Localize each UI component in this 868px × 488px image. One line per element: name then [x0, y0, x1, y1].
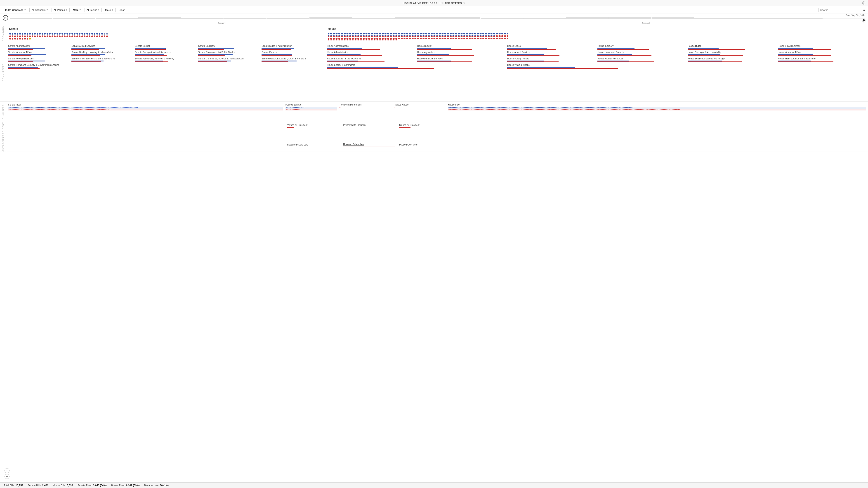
committee-house-small-business: House Small Business — [778, 45, 866, 50]
more-filter[interactable]: More ▼ — [103, 8, 116, 12]
menu-icon[interactable]: ≡ — [863, 8, 865, 12]
house-title: House — [328, 26, 865, 31]
chambers-row: CHAMBERS Senate Floor for(var i=0;i<140;… — [0, 102, 868, 122]
search-input[interactable] — [818, 8, 859, 12]
committee-house-rules: House Rules — [688, 45, 776, 50]
signed-label: Signed by President — [399, 124, 451, 126]
senate-committees-grid: Senate Appropriations Senate Armed Servi… — [8, 45, 323, 69]
house-floor-bars: for(var i=0;i<200;i++){document.write('<… — [448, 107, 866, 109]
more-arrow-icon: ▼ — [112, 9, 114, 11]
play-button[interactable]: ▶ — [3, 15, 8, 21]
committee-senate-energy: Senate Energy & Natural Resources — [135, 51, 196, 56]
committee-senate-environment: Senate Environment & Public Works — [198, 51, 260, 56]
parties-filter[interactable]: All Parties ▼ — [52, 8, 69, 12]
committee-house-appropriations: House Appropriations — [327, 45, 415, 50]
resolving-differences-section: Resolving Differences — [340, 103, 391, 108]
passed-over-veto-section: Passed Over Veto — [399, 143, 451, 146]
filter-bar: 118th Congress ▼ All Sponsors ▼ All Part… — [0, 6, 868, 14]
topics-arrow-icon: ▼ — [98, 9, 100, 11]
committee-senate-armed-services: Senate Armed Services — [71, 45, 133, 50]
passed-senate-label: Passed Senate — [285, 103, 337, 106]
sponsors-label: SPONSORS — [2, 26, 4, 41]
senate-sponsor-dots: document.write(Array(38).fill('<span cla… — [9, 33, 108, 40]
outcome-label: OUTCOME — [2, 138, 4, 152]
session-labels: Session I Session II — [0, 22, 868, 25]
became-private-label: Became Private Law — [287, 143, 339, 146]
passed-house-section: Passed House — [394, 103, 445, 107]
committee-house-education: House Education & the Workforce — [327, 57, 415, 62]
passed-senate-red-dots: for(var i=0;i<15;i++){document.write('<s… — [285, 109, 337, 111]
committees-label: COMMITTEES — [2, 63, 4, 81]
became-public-section: Became Public Law — [343, 143, 395, 147]
chambers-label: CHAMBERS — [2, 104, 4, 119]
committee-senate-veterans: Senate Veterans' Affairs — [8, 51, 70, 56]
committee-house-agriculture: House Agriculture — [417, 51, 505, 56]
timeline-date: Sun, Sep 8th, 2024 — [846, 14, 865, 17]
passed-senate-dots: for(var i=0;i<20;i++){document.write('<s… — [285, 107, 337, 109]
info-icon[interactable]: ⓘ — [862, 1, 865, 5]
congress-arrow-icon: ▼ — [24, 9, 26, 11]
house-floor-label: House Floor — [448, 103, 866, 106]
committee-senate-judiciary: Senate Judiciary — [198, 45, 260, 50]
dropdown-arrow-icon[interactable]: ▼ — [463, 2, 465, 4]
committee-senate-health: Senate Health, Education, Labor & Pensio… — [261, 57, 323, 62]
senate-title: Senate — [9, 26, 322, 31]
sponsors-row: SPONSORS Senate document.write(Array(38)… — [0, 25, 868, 43]
top-bar: LEGISLATIVE EXPLORER: UNITED STATES ▼ ⓘ — [0, 0, 868, 6]
outcome-label-cell: OUTCOME — [0, 138, 6, 152]
timeline-thumb[interactable] — [862, 19, 865, 22]
outcome-row: OUTCOME Became Private Law Became Public… — [0, 138, 868, 152]
topics-filter[interactable]: All Topics ▼ — [85, 8, 102, 12]
committee-senate-banking: Senate Banking, Housing & Urban Affairs — [71, 51, 133, 56]
committee-senate-agriculture: Senate Agriculture, Nutrition & Forestry — [135, 57, 196, 62]
committee-house-homeland: House Homeland Security — [597, 51, 686, 56]
sponsors-filter[interactable]: All Sponsors ▼ — [29, 8, 50, 12]
committee-house-budget: House Budget — [417, 45, 505, 50]
presented-section: Presented to President — [343, 124, 395, 127]
became-public-label[interactable]: Became Public Law — [343, 143, 395, 145]
senate-floor-red-bars: for(var i=0;i<110;i++){ document.write('… — [8, 109, 283, 111]
committee-house-ethics: House Ethics — [507, 45, 596, 50]
passed-house-label: Passed House — [394, 103, 445, 106]
committees-label-cell: COMMITTEES — [0, 43, 6, 101]
committee-house-armed-services: House Armed Services — [507, 51, 596, 56]
committee-senate-rules: Senate Rules & Administration — [261, 45, 323, 50]
committee-house-oversight: House Oversight & Accountability — [688, 51, 776, 56]
committee-house-ways-means: House Ways & Means — [507, 64, 686, 69]
sponsors-label-cell: SPONSORS — [0, 25, 6, 43]
passed-senate-section: Passed Senate for(var i=0;i<20;i++){docu… — [285, 103, 337, 110]
committee-house-foreign: House Foreign Affairs — [507, 57, 596, 62]
presented-label: Presented to President — [343, 124, 395, 126]
house-sponsor-dots: document.write(Array(220).fill('<span st… — [328, 33, 508, 40]
passed-house-dot — [394, 107, 445, 107]
committee-senate-homeland: Senate Homeland Security & Governmental … — [8, 64, 70, 69]
senate-floor-bars: for(var i=0;i<140;i++){ var c=i<70?'#335… — [8, 107, 283, 109]
congress-filter[interactable]: 118th Congress ▼ — [3, 8, 28, 12]
vetoed-section: Vetoed by President — [287, 124, 339, 128]
committee-senate-appropriations: Senate Appropriations — [8, 45, 70, 50]
president-label-cell: PRESIDENT — [0, 122, 6, 138]
timeline-bar: ▶ Sun, — [0, 14, 868, 22]
chambers-label-cell: CHAMBERS — [0, 102, 6, 122]
gender-arrow-icon: ▼ — [79, 9, 81, 11]
committee-house-financial: House Financial Services — [417, 57, 505, 62]
house-floor-red-bars: for(var i=0;i<250;i++){document.write('<… — [448, 109, 866, 111]
committee-house-judiciary: House Judiciary — [597, 45, 686, 50]
committee-house-administration: House Administration — [327, 51, 415, 56]
senate-floor-label: Senate Floor — [8, 103, 283, 106]
gender-filter[interactable]: Male ▼ — [71, 8, 83, 12]
sponsors-arrow-icon: ▼ — [46, 9, 48, 11]
committee-house-transportation: House Transportation & Infrastructure — [778, 57, 866, 62]
clear-button[interactable]: Clear — [117, 8, 126, 12]
parties-arrow-icon: ▼ — [66, 9, 68, 11]
committee-house-energy: House Energy & Commerce — [327, 64, 505, 69]
committee-house-veterans: House Veterans' Affairs — [778, 51, 866, 56]
committee-senate-commerce: Senate Commerce, Science & Transportatio… — [198, 57, 260, 62]
house-committees-grid: House Appropriations House Budget House … — [327, 45, 866, 69]
committee-senate-small-business: Senate Small Business & Entrepreneurship — [71, 57, 133, 62]
resolving-differences-label: Resolving Differences — [340, 103, 391, 106]
committee-house-natural: House Natural Resources — [597, 57, 686, 62]
signed-section: Signed by President — [399, 124, 451, 128]
became-private-section: Became Private Law — [287, 143, 339, 146]
president-row: PRESIDENT Vetoed by President Presented … — [0, 122, 868, 138]
